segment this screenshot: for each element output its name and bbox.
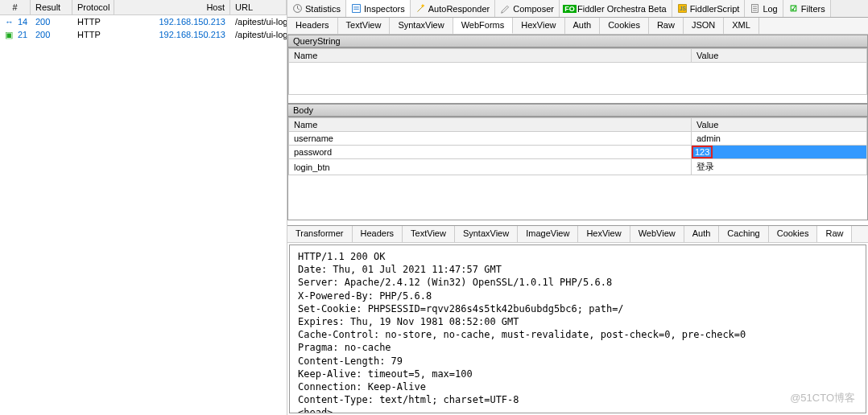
raw-line: Server: Apache/2.4.12 (Win32) OpenSSL/1.… <box>298 276 858 289</box>
resp-tab-caching[interactable]: Caching <box>719 226 768 242</box>
querystring-label: QueryString <box>287 35 868 47</box>
req-tab-cookies[interactable]: Cookies <box>600 18 649 34</box>
resp-tab-auth[interactable]: Auth <box>684 226 720 242</box>
tab-inspectors[interactable]: Inspectors <box>346 0 411 17</box>
col-num[interactable]: # <box>0 0 31 14</box>
raw-line: Set-Cookie: PHPSESSID=rqvv286s4s5tk42bu6… <box>298 302 858 315</box>
filter-icon: ☑ <box>788 3 799 14</box>
req-tab-syntaxview[interactable]: SyntaxView <box>390 18 453 34</box>
fo-icon: FO <box>564 3 575 14</box>
querystring-table: Name Value <box>287 47 868 104</box>
inspect-icon <box>351 3 362 14</box>
body-value-header[interactable]: Value <box>692 118 867 132</box>
raw-response[interactable]: HTTP/1.1 200 OKDate: Thu, 01 Jul 2021 11… <box>289 244 866 413</box>
request-tabs: HeadersTextViewSyntaxViewWebFormsHexView… <box>287 18 868 35</box>
session-result: 200 <box>31 29 72 41</box>
body-cell-value[interactable]: 123 <box>692 146 867 159</box>
body-table: Name Value usernameadminpassword123login… <box>287 117 868 220</box>
tab-filters[interactable]: ☑Filters <box>783 0 831 17</box>
raw-line: Keep-Alive: timeout=5, max=100 <box>298 368 858 380</box>
req-tab-auth[interactable]: Auth <box>565 18 601 34</box>
resp-tab-hexview[interactable]: HexView <box>578 226 630 242</box>
col-url[interactable]: URL <box>230 0 287 14</box>
qs-empty <box>289 63 867 95</box>
body-cell-value[interactable]: 登录 <box>692 159 867 175</box>
raw-line: Date: Thu, 01 Jul 2021 11:47:57 GMT <box>298 263 858 276</box>
top-tabs: StatisticsInspectorsAutoResponderCompose… <box>287 0 868 18</box>
body-cell-name[interactable]: username <box>289 132 692 146</box>
session-icon: ↔ <box>0 16 13 27</box>
tab-autoresponder[interactable]: AutoResponder <box>411 0 495 17</box>
session-url: /apitest/ui-login <box>230 29 287 41</box>
raw-line: Pragma: no-cache <box>298 341 858 354</box>
raw-line: <head> <box>298 406 858 413</box>
watermark: @51CTO博客 <box>790 391 855 405</box>
svg-rect-1 <box>353 5 361 13</box>
wand-icon <box>415 3 426 14</box>
qs-value-header[interactable]: Value <box>692 49 867 63</box>
col-protocol[interactable]: Protocol <box>72 0 114 14</box>
sessions-panel: # Result Protocol Host URL ↔14200HTTP192… <box>0 0 287 415</box>
session-url: /apitest/ui-login <box>230 16 287 27</box>
req-tab-xml[interactable]: XML <box>724 18 759 34</box>
tab-statistics[interactable]: Statistics <box>287 0 346 17</box>
resp-tab-transformer[interactable]: Transformer <box>287 226 353 242</box>
tab-composer[interactable]: Composer <box>495 0 560 17</box>
body-name-header[interactable]: Name <box>289 118 692 132</box>
raw-line: Cache-Control: no-store, no-cache, must-… <box>298 328 858 341</box>
tab-fiddlerscript[interactable]: JSFiddlerScript <box>672 0 746 17</box>
req-tab-json[interactable]: JSON <box>684 18 724 34</box>
resp-tab-syntaxview[interactable]: SyntaxView <box>455 226 518 242</box>
script-icon: JS <box>677 3 688 14</box>
body-row[interactable]: usernameadmin <box>289 132 867 146</box>
body-cell-value[interactable]: admin <box>692 132 867 146</box>
session-host: 192.168.150.213 <box>114 29 230 41</box>
body-row[interactable]: password123 <box>289 146 867 159</box>
raw-line: Content-Type: text/html; charset=UTF-8 <box>298 393 858 406</box>
session-protocol: HTTP <box>72 29 114 41</box>
req-tab-raw[interactable]: Raw <box>649 18 684 34</box>
compose-icon <box>500 3 510 14</box>
raw-line: X-Powered-By: PHP/5.6.8 <box>298 290 858 302</box>
raw-line: Connection: Keep-Alive <box>298 380 858 393</box>
session-result: 200 <box>31 16 72 27</box>
body-label: Body <box>287 104 868 117</box>
resp-tab-textview[interactable]: TextView <box>403 226 455 242</box>
session-icon: ▣ <box>0 29 13 41</box>
session-host: 192.168.150.213 <box>114 16 230 27</box>
session-protocol: HTTP <box>72 16 114 27</box>
sessions-list: ↔14200HTTP192.168.150.213/apitest/ui-log… <box>0 15 287 42</box>
resp-tab-webview[interactable]: WebView <box>630 226 684 242</box>
tab-fiddler-orchestra-beta[interactable]: FOFiddler Orchestra Beta <box>560 0 672 17</box>
log-icon <box>750 3 760 14</box>
req-tab-webforms[interactable]: WebForms <box>453 18 514 34</box>
resp-tab-imageview[interactable]: ImageView <box>518 226 578 242</box>
qs-name-header[interactable]: Name <box>289 49 692 63</box>
session-num: 21 <box>13 29 31 41</box>
col-result[interactable]: Result <box>31 0 72 14</box>
svg-text:JS: JS <box>680 6 686 11</box>
req-tab-textview[interactable]: TextView <box>338 18 391 34</box>
body-row[interactable]: login_btn登录 <box>289 159 867 175</box>
resp-tab-headers[interactable]: Headers <box>353 226 403 242</box>
resp-tab-raw[interactable]: Raw <box>817 226 852 242</box>
tab-log[interactable]: Log <box>745 0 783 17</box>
raw-line: Content-Length: 79 <box>298 355 858 368</box>
req-tab-hexview[interactable]: HexView <box>513 18 564 34</box>
response-tabs: TransformerHeadersTextViewSyntaxViewImag… <box>287 225 868 243</box>
req-tab-headers[interactable]: Headers <box>287 18 338 34</box>
session-num: 14 <box>13 16 31 27</box>
raw-line: HTTP/1.1 200 OK <box>298 250 858 263</box>
clock-icon <box>292 3 303 14</box>
right-panel: StatisticsInspectorsAutoResponderCompose… <box>287 0 868 415</box>
body-cell-name[interactable]: login_btn <box>289 159 692 175</box>
sessions-header: # Result Protocol Host URL <box>0 0 287 15</box>
session-row[interactable]: ▣21200HTTP192.168.150.213/apitest/ui-log… <box>0 28 287 42</box>
col-host[interactable]: Host <box>114 0 230 14</box>
raw-line: Expires: Thu, 19 Nov 1981 08:52:00 GMT <box>298 315 858 328</box>
body-cell-name[interactable]: password <box>289 146 692 159</box>
resp-tab-cookies[interactable]: Cookies <box>769 226 818 242</box>
session-row[interactable]: ↔14200HTTP192.168.150.213/apitest/ui-log… <box>0 15 287 28</box>
